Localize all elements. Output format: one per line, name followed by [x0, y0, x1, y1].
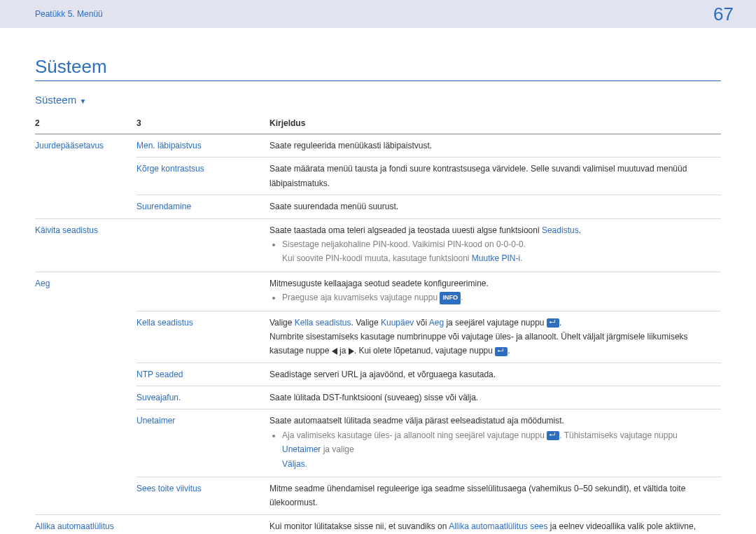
row-desc: Saate reguleerida menüükasti läbipaistvu… [270, 134, 721, 157]
table-row: Suveajafun. Saate lülitada DST-funktsioo… [35, 386, 721, 409]
col-header-desc: Kirjeldus [270, 113, 721, 134]
row-label: Men. läbipaistvus [136, 141, 202, 150]
page-header: Peatükk 5. Menüü 67 [0, 0, 756, 28]
list-item: Aja valimiseks kasutage üles- ja allanoo… [282, 428, 715, 471]
bullet-list: Sisestage neljakohaline PIN-kood. Vaikim… [270, 237, 715, 266]
section-name: Süsteem [35, 94, 76, 106]
triangle-left-icon [332, 348, 337, 355]
row-label: Suveajafun. [136, 393, 181, 402]
row-desc: Saate määrata menüü tausta ja fondi suur… [270, 157, 721, 195]
table-row: Unetaimer Saate automaatselt lülitada se… [35, 409, 721, 477]
page-title: Süsteem [35, 56, 721, 78]
bullet-list: Praeguse aja kuvamiseks vajutage nuppu I… [270, 290, 715, 304]
table-header-row: 2 3 Kirjeldus [35, 113, 721, 134]
col-header-3: 3 [136, 113, 270, 134]
row-label: Aeg [35, 279, 50, 288]
breadcrumb: Peatükk 5. Menüü [35, 9, 103, 19]
row-desc: Saate suurendada menüü suurust. [270, 195, 721, 218]
row-label: Kõrge kontrastsus [136, 164, 204, 174]
table-row: Sees toite viivitus Mitme seadme ühendam… [35, 477, 721, 515]
row-desc: Kui monitor lülitatakse sisse nii, et su… [270, 514, 721, 534]
row-label: Juurdepääsetavus [35, 141, 104, 150]
table-row: Kõrge kontrastsus Saate määrata menüü ta… [35, 157, 721, 195]
list-item: Praeguse aja kuvamiseks vajutage nuppu I… [282, 290, 715, 304]
section-heading: Süsteem ▼ [35, 94, 721, 106]
col-header-2: 2 [35, 113, 136, 134]
row-desc: Mitmesuguste kellaajaga seotud seadete k… [270, 272, 721, 311]
page-number: 67 [713, 3, 734, 25]
row-label: Kella seadistus [136, 318, 193, 328]
chevron-down-icon: ▼ [79, 97, 86, 105]
settings-table: 2 3 Kirjeldus Juurdepääsetavus Men. läbi… [35, 113, 721, 534]
row-desc: Saate taastada oma teleri algseaded ja t… [270, 218, 721, 272]
title-rule [35, 80, 721, 81]
row-label: Allika automaatlülitus [35, 521, 114, 531]
row-label: NTP seaded [136, 370, 183, 379]
table-row: Aeg Mitmesuguste kellaajaga seotud seade… [35, 272, 721, 311]
row-desc: Mitme seadme ühendamisel reguleerige iga… [270, 477, 721, 515]
table-row: Kella seadistus Valige Kella seadistus. … [35, 311, 721, 363]
list-item: Sisestage neljakohaline PIN-kood. Vaikim… [282, 237, 715, 266]
row-desc: Saate lülitada DST-funktsiooni (suveaeg)… [270, 386, 721, 409]
row-label: Käivita seadistus [35, 225, 98, 235]
row-label: Sees toite viivitus [136, 484, 202, 493]
row-desc: Valige Kella seadistus. Valige Kuupäev v… [270, 311, 721, 363]
row-label: Unetaimer [136, 416, 175, 426]
triangle-right-icon [349, 348, 354, 355]
row-desc: Saate automaatselt lülitada seadme välja… [270, 409, 721, 477]
enter-icon [495, 347, 507, 356]
row-label: Suurendamine [136, 202, 191, 211]
table-row: Allika automaatlülitus Kui monitor lülit… [35, 514, 721, 534]
enter-icon [547, 318, 559, 328]
content-area: Süsteem Süsteem ▼ 2 3 Kirjeldus Juurdepä… [0, 28, 756, 534]
table-row: Juurdepääsetavus Men. läbipaistvus Saate… [35, 134, 721, 157]
row-desc: Seadistage serveri URL ja ajavöönd, et v… [270, 363, 721, 386]
info-badge-icon: INFO [440, 292, 461, 304]
table-row: NTP seaded Seadistage serveri URL ja aja… [35, 363, 721, 386]
enter-icon [547, 431, 559, 440]
bullet-list: Aja valimiseks kasutage üles- ja allanoo… [270, 428, 715, 471]
table-row: Käivita seadistus Saate taastada oma tel… [35, 218, 721, 272]
table-row: Suurendamine Saate suurendada menüü suur… [35, 195, 721, 218]
